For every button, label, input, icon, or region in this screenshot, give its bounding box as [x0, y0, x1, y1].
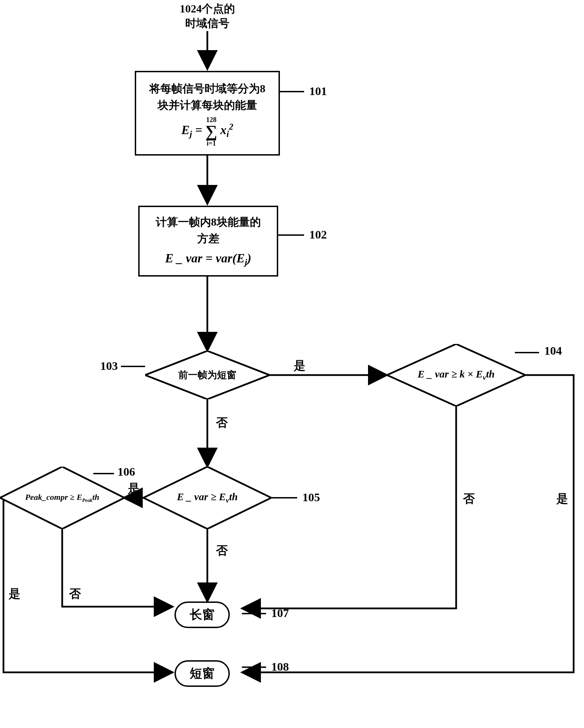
node105-formula: E _ var ≥ Evth: [143, 467, 271, 529]
node106-yes: 是: [9, 586, 20, 602]
ref-108: 108: [271, 660, 289, 673]
ref-105: 105: [302, 491, 320, 504]
node104-yes: 是: [556, 491, 568, 507]
node103-text: 前一帧为短窗: [178, 368, 236, 382]
terminal-108: 短窗: [175, 660, 230, 687]
node106-no: 否: [69, 586, 81, 602]
ref-106: 106: [117, 465, 135, 478]
decision-105: E _ var ≥ Evth: [143, 467, 271, 529]
ref-107: 107: [271, 607, 289, 620]
node105-yes: 是: [128, 480, 140, 496]
node102-text2: 方差: [197, 230, 219, 247]
node106-formula: Peak_compr ≥ EPeakth: [0, 467, 124, 529]
node103-yes: 是: [294, 358, 305, 374]
process-101: 将每帧信号时域等分为8 块并计算每块的能量 Ej = 128∑i=1 xi2: [135, 71, 280, 156]
decision-104: E _ var ≥ k × Evth: [387, 344, 525, 406]
ref-101: 101: [309, 85, 327, 98]
process-102: 计算一帧内8块能量的 方差 E _ var = var(Ej): [138, 206, 278, 277]
input-signal-label: 1024个点的 时域信号: [166, 2, 249, 30]
node101-text1: 将每帧信号时域等分为8: [149, 80, 265, 97]
node105-no: 否: [216, 543, 228, 559]
node102-formula: E _ var = var(Ej): [165, 249, 252, 269]
decision-103: 前一帧为短窗: [145, 351, 270, 399]
node101-formula: Ej = 128∑i=1 xi2: [181, 116, 233, 147]
ref-104: 104: [544, 344, 562, 357]
ref-103: 103: [100, 360, 118, 373]
node101-text2: 块并计算每块的能量: [158, 97, 257, 113]
decision-106: Peak_compr ≥ EPeakth: [0, 467, 124, 529]
input-line2: 时域信号: [185, 16, 229, 31]
input-line1: 1024个点的: [180, 2, 235, 16]
ref-102: 102: [309, 228, 327, 241]
node103-no: 否: [216, 415, 228, 431]
terminal-107: 长窗: [175, 601, 230, 628]
node108-text: 短窗: [190, 665, 215, 682]
node107-text: 长窗: [190, 606, 215, 623]
node104-formula: E _ var ≥ k × Evth: [387, 344, 525, 406]
node102-text1: 计算一帧内8块能量的: [156, 214, 261, 230]
node104-no: 否: [463, 491, 475, 507]
